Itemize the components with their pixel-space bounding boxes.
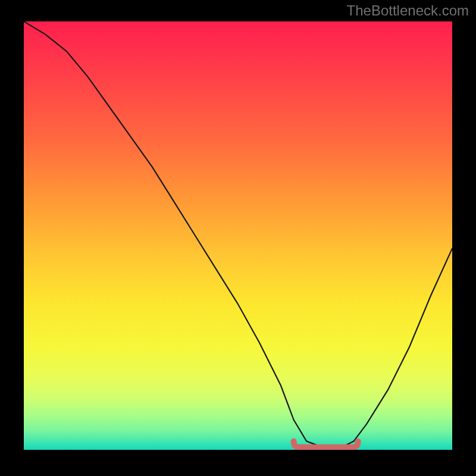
optimal-range-marker	[294, 441, 358, 447]
chart-container: TheBottleneck.com	[0, 0, 476, 476]
plot-area	[24, 21, 452, 450]
bottleneck-curve-line	[24, 21, 452, 447]
watermark-text: TheBottleneck.com	[347, 2, 469, 19]
chart-svg	[24, 21, 452, 450]
